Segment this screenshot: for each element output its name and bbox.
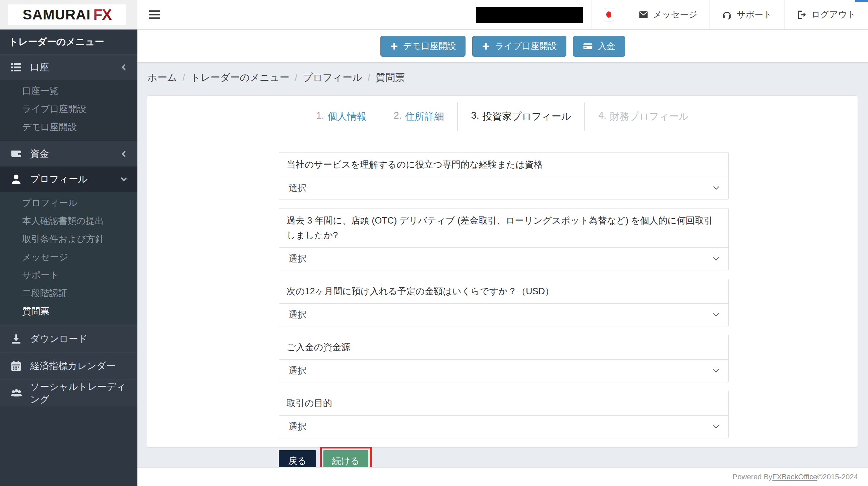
step-label: 財務プロフィール xyxy=(610,110,688,123)
field-label: 取引の目的 xyxy=(279,391,728,416)
sidebar-item-economic-calendar[interactable]: 経済指標カレンダー xyxy=(0,352,137,379)
brand-name-fx: FX xyxy=(93,6,111,23)
field-label: ご入金の資金源 xyxy=(279,335,728,360)
redacted-account-name xyxy=(476,7,583,23)
select-value: 選択 xyxy=(288,366,307,376)
plus-icon xyxy=(390,42,398,50)
field-label: 当社のサービスを理解するのに役立つ専門的な経験または資格 xyxy=(279,152,728,177)
field-professional-experience: 当社のサービスを理解するのに役立つ専門的な経験または資格 選択 xyxy=(279,152,728,200)
top-bar: メッセージ サポート ログアウト xyxy=(137,0,868,30)
main-content: ホーム / トレーダーのメニュー / プロフィール / 質問票 1. 個人情報 … xyxy=(137,62,868,467)
fxbackoffice-link[interactable]: FXBackOffice xyxy=(772,473,817,481)
sidebar-item-downloads[interactable]: ダウンロード xyxy=(0,325,137,352)
sidebar-item-social-trading[interactable]: ソーシャルトレーディング xyxy=(0,379,137,406)
logout-button[interactable]: ログアウト xyxy=(784,0,868,30)
sidebar-item-two-factor[interactable]: 二段階認証 xyxy=(0,284,137,302)
sidebar-item-trading-terms[interactable]: 取引条件および方針 xyxy=(0,230,137,248)
list-icon xyxy=(10,61,22,73)
sidebar-item-messages[interactable]: メッセージ xyxy=(0,248,137,266)
breadcrumb-trader-menu[interactable]: トレーダーのメニュー xyxy=(190,71,289,85)
footer-copyright: ©2015-2024 xyxy=(817,473,858,481)
questionnaire-form: 当社のサービスを理解するのに役立つ専門的な経験または資格 選択 過去 3 年間に… xyxy=(279,152,728,475)
step-personal-info[interactable]: 1. 個人情報 xyxy=(303,102,380,131)
step-number: 4. xyxy=(598,110,606,123)
open-demo-account-button[interactable]: デモ口座開設 xyxy=(380,36,465,57)
top-right-blue-artifact xyxy=(855,0,868,2)
chevron-down-icon xyxy=(120,176,127,183)
download-icon xyxy=(10,333,22,345)
language-flag-button[interactable] xyxy=(591,0,626,30)
breadcrumb-questionnaire-current: 質問票 xyxy=(376,71,405,85)
japan-flag-icon xyxy=(604,8,614,22)
open-live-account-label: ライブ口座開設 xyxy=(495,40,557,52)
breadcrumb-home[interactable]: ホーム xyxy=(148,71,177,85)
sidebar-item-open-demo-account[interactable]: デモ口座開設 xyxy=(0,118,137,136)
plus-icon xyxy=(482,42,490,50)
field-source-of-funds: ご入金の資金源 選択 xyxy=(279,335,728,382)
sidebar-item-open-live-account[interactable]: ライブ口座開設 xyxy=(0,100,137,118)
step-number: 1. xyxy=(316,110,324,123)
wallet-icon xyxy=(10,148,22,160)
chevron-down-icon xyxy=(713,186,719,190)
step-number: 3. xyxy=(471,110,479,123)
field-label: 次の12ヶ月間に預け入れる予定の金額はいくらですか？（USD） xyxy=(279,279,728,304)
user-icon xyxy=(10,173,22,185)
footer-powered-by: Powered By xyxy=(733,473,773,481)
chevron-down-icon xyxy=(713,369,719,373)
wizard-steps: 1. 個人情報 2. 住所詳細 3. 投資家プロフィール 4. 財務プロフィール xyxy=(147,102,858,131)
purpose-of-trading-select[interactable]: 選択 xyxy=(279,416,728,438)
messages-button[interactable]: メッセージ xyxy=(626,0,710,30)
headset-icon xyxy=(722,10,732,20)
step-label: 投資家プロフィール xyxy=(483,110,571,123)
otc-trading-frequency-select[interactable]: 選択 xyxy=(279,248,728,270)
sidebar-group-label: 口座 xyxy=(30,61,49,74)
brand-name-samurai: SAMURAI xyxy=(23,7,91,23)
deposit-label: 入金 xyxy=(598,40,615,52)
breadcrumb: ホーム / トレーダーのメニュー / プロフィール / 質問票 xyxy=(137,62,868,85)
sidebar-item-profile[interactable]: プロフィール xyxy=(0,194,137,212)
sidebar-group-profile[interactable]: プロフィール xyxy=(0,166,137,192)
field-otc-trading-frequency: 過去 3 年間に、店頭 (OTC) デリバティブ (差金取引、ローリングスポット… xyxy=(279,208,728,270)
messages-label: メッセージ xyxy=(653,9,698,21)
chevron-left-icon xyxy=(120,150,127,157)
sidebar-group-label: 資金 xyxy=(30,148,49,160)
step-financial-profile-disabled: 4. 財務プロフィール xyxy=(585,102,702,131)
sidebar: SAMURAI FX トレーダーのメニュー 口座 口座一覧 ライブ口座開設 デモ… xyxy=(0,0,137,486)
sidebar-title: トレーダーのメニュー xyxy=(0,30,137,54)
sidebar-submenu-accounts: 口座一覧 ライブ口座開設 デモ口座開設 xyxy=(0,80,137,141)
logout-label: ログアウト xyxy=(811,9,856,21)
logout-icon xyxy=(797,10,807,20)
sidebar-submenu-profile: プロフィール 本人確認書類の提出 取引条件および方針 メッセージ サポート 二段… xyxy=(0,192,137,325)
support-label: サポート xyxy=(737,9,772,21)
support-button[interactable]: サポート xyxy=(710,0,784,30)
select-value: 選択 xyxy=(288,310,307,320)
hamburger-icon[interactable] xyxy=(149,10,160,19)
breadcrumb-separator: / xyxy=(182,72,185,84)
breadcrumb-separator: / xyxy=(368,72,370,84)
sidebar-item-questionnaire-active[interactable]: 質問票 xyxy=(0,302,137,321)
sidebar-item-id-documents[interactable]: 本人確認書類の提出 xyxy=(0,212,137,230)
planned-deposit-amount-select[interactable]: 選択 xyxy=(279,304,728,326)
sidebar-group-funds[interactable]: 資金 xyxy=(0,141,137,166)
sidebar-item-support[interactable]: サポート xyxy=(0,266,137,284)
step-number: 2. xyxy=(394,110,402,123)
open-live-account-button[interactable]: ライブ口座開設 xyxy=(472,36,566,57)
source-of-funds-select[interactable]: 選択 xyxy=(279,360,728,382)
step-address-details[interactable]: 2. 住所詳細 xyxy=(380,102,458,131)
chevron-left-icon xyxy=(120,64,127,71)
professional-experience-select[interactable]: 選択 xyxy=(279,177,728,199)
field-purpose-of-trading: 取引の目的 選択 xyxy=(279,391,728,438)
sidebar-item-label: ソーシャルトレーディング xyxy=(30,381,127,406)
sidebar-group-accounts[interactable]: 口座 xyxy=(0,54,137,80)
open-demo-account-label: デモ口座開設 xyxy=(403,40,456,52)
chevron-down-icon xyxy=(713,425,719,429)
breadcrumb-profile[interactable]: プロフィール xyxy=(303,71,362,85)
calendar-icon xyxy=(10,360,22,372)
step-label: 個人情報 xyxy=(328,110,366,123)
footer: Powered By FXBackOffice ©2015-2024 xyxy=(137,467,868,486)
chevron-down-icon xyxy=(713,313,719,317)
sidebar-item-account-list[interactable]: 口座一覧 xyxy=(0,82,137,100)
brand-logo[interactable]: SAMURAI FX xyxy=(8,4,126,25)
deposit-button[interactable]: 入金 xyxy=(573,36,625,57)
users-icon xyxy=(10,387,22,399)
